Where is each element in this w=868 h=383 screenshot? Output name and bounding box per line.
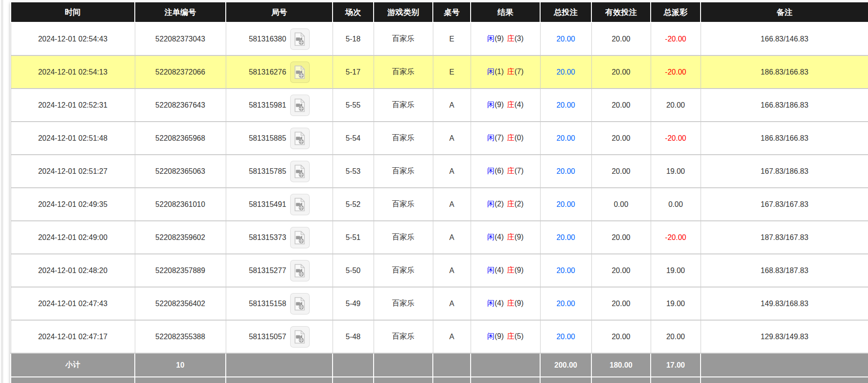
round-id: 581315158 bbox=[249, 300, 286, 308]
result-cell: 闲(4)庄(9) bbox=[471, 221, 540, 254]
remark-cell: 149.83/168.83 bbox=[701, 287, 868, 320]
round-cell: 581315785 bbox=[226, 155, 333, 188]
round-id: 581315491 bbox=[249, 200, 286, 209]
total-remark-cell bbox=[701, 377, 868, 383]
total-bet-cell: 20.00 bbox=[540, 188, 591, 221]
player-result-score: (4) bbox=[494, 266, 504, 274]
total-game-cell bbox=[374, 377, 433, 383]
total-bet-cell: 20.00 bbox=[540, 122, 591, 155]
round-id: 581316276 bbox=[249, 68, 286, 76]
remark-cell: 187.83/167.83 bbox=[701, 221, 868, 254]
payout-cell: -20.00 bbox=[651, 122, 701, 155]
game-type-cell: 百家乐 bbox=[374, 55, 433, 89]
round-cell: 581315981 bbox=[226, 89, 333, 122]
total-label-cell: 总计 bbox=[11, 377, 135, 383]
table-header: 时间注单编号局号场次游戏类别桌号结果总投注有效投注总派彩备注 bbox=[11, 2, 868, 22]
subtotal-table-no-cell bbox=[433, 353, 471, 377]
subtotal-row: 小计10200.00180.0017.00 bbox=[11, 353, 868, 377]
game-type-cell: 百家乐 bbox=[374, 122, 433, 155]
valid-bet-cell: 20.00 bbox=[591, 89, 651, 122]
round-cell: 581315885 bbox=[226, 122, 333, 155]
banker-result-score: (9) bbox=[514, 233, 524, 241]
table-no-cell: A bbox=[433, 287, 471, 320]
total-bet-cell: 20.00 bbox=[540, 221, 591, 254]
column-header-payout: 总派彩 bbox=[651, 2, 701, 22]
valid-bet-cell: 20.00 bbox=[591, 320, 651, 353]
player-result-score: (6) bbox=[494, 167, 504, 175]
player-result-label: 闲 bbox=[487, 200, 494, 208]
video-replay-button[interactable] bbox=[290, 326, 310, 348]
session-cell: 5-18 bbox=[333, 22, 374, 55]
video-replay-button[interactable] bbox=[290, 194, 310, 215]
banker-result-score: (4) bbox=[514, 101, 524, 109]
video-replay-button[interactable] bbox=[290, 128, 310, 149]
video-replay-button[interactable] bbox=[290, 161, 310, 182]
video-replay-button[interactable] bbox=[290, 293, 310, 315]
total-valid-bet-cell: 180.00 bbox=[591, 377, 651, 383]
banker-result-label: 庄 bbox=[507, 200, 514, 208]
video-file-icon bbox=[294, 231, 306, 245]
payout-cell: 0.00 bbox=[651, 188, 701, 221]
table-row: 2024-12-01 02:54:13 522082372066 5813162… bbox=[11, 55, 868, 89]
banker-result-score: (3) bbox=[514, 34, 524, 42]
video-file-icon bbox=[294, 65, 306, 79]
valid-bet-cell: 20.00 bbox=[591, 22, 651, 55]
table-row: 2024-12-01 02:54:43 522082373043 5813163… bbox=[11, 22, 868, 55]
result-cell: 闲(4)庄(9) bbox=[471, 254, 540, 287]
table-no-cell: A bbox=[433, 155, 471, 188]
table-no-cell: A bbox=[433, 320, 471, 353]
game-type-cell: 百家乐 bbox=[374, 155, 433, 188]
round-cell: 581316380 bbox=[226, 22, 333, 55]
session-cell: 5-49 bbox=[333, 287, 374, 320]
session-cell: 5-17 bbox=[333, 55, 374, 89]
round-cell: 581315158 bbox=[226, 287, 333, 320]
remark-cell: 166.83/186.83 bbox=[701, 89, 868, 122]
player-result-label: 闲 bbox=[487, 332, 494, 340]
payout-cell: -20.00 bbox=[651, 221, 701, 254]
table-row: 2024-12-01 02:49:35 522082361010 5813154… bbox=[11, 188, 868, 221]
result-cell: 闲(9)庄(4) bbox=[471, 89, 540, 122]
video-replay-button[interactable] bbox=[290, 260, 310, 281]
remark-cell: 167.83/167.83 bbox=[701, 188, 868, 221]
player-result-label: 闲 bbox=[487, 134, 494, 142]
session-cell: 5-55 bbox=[333, 89, 374, 122]
video-replay-button[interactable] bbox=[290, 62, 310, 83]
payout-cell: 19.00 bbox=[651, 254, 701, 287]
banker-result-label: 庄 bbox=[507, 101, 514, 109]
column-header-total_bet: 总投注 bbox=[540, 2, 591, 22]
time-cell: 2024-12-01 02:47:43 bbox=[11, 287, 135, 320]
subtotal-round-cell bbox=[226, 353, 333, 377]
table-row: 2024-12-01 02:47:43 522082356402 5813151… bbox=[11, 287, 868, 320]
player-result-label: 闲 bbox=[487, 167, 494, 175]
video-file-icon bbox=[294, 98, 306, 112]
banker-result-label: 庄 bbox=[507, 134, 514, 142]
total-round-cell bbox=[226, 377, 333, 383]
total-session-cell bbox=[333, 377, 374, 383]
video-replay-button[interactable] bbox=[290, 28, 310, 50]
subtotal-payout-cell: 17.00 bbox=[651, 353, 701, 377]
game-type-cell: 百家乐 bbox=[374, 89, 433, 122]
column-header-session: 场次 bbox=[333, 2, 374, 22]
player-result-label: 闲 bbox=[487, 299, 494, 307]
player-result-score: (1) bbox=[494, 68, 504, 75]
header-row: 时间注单编号局号场次游戏类别桌号结果总投注有效投注总派彩备注 bbox=[11, 2, 868, 22]
player-result-label: 闲 bbox=[487, 233, 494, 241]
round-id: 581315981 bbox=[249, 101, 286, 109]
subtotal-remark-cell bbox=[701, 353, 868, 377]
table-no-cell: A bbox=[433, 188, 471, 221]
result-cell: 闲(4)庄(9) bbox=[471, 287, 540, 320]
time-cell: 2024-12-01 02:48:20 bbox=[11, 254, 135, 287]
subtotal-total-bet-cell: 200.00 bbox=[540, 353, 591, 377]
bet-id-cell: 522082372066 bbox=[135, 55, 226, 89]
time-cell: 2024-12-01 02:51:48 bbox=[11, 122, 135, 155]
video-replay-button[interactable] bbox=[290, 95, 310, 116]
player-result-score: (9) bbox=[494, 34, 504, 42]
banker-result-label: 庄 bbox=[507, 299, 514, 307]
valid-bet-cell: 0.00 bbox=[591, 188, 651, 221]
game-type-cell: 百家乐 bbox=[374, 287, 433, 320]
column-header-result: 结果 bbox=[471, 2, 540, 22]
video-file-icon bbox=[294, 264, 306, 278]
valid-bet-cell: 20.00 bbox=[591, 122, 651, 155]
round-cell: 581316276 bbox=[226, 55, 333, 89]
video-replay-button[interactable] bbox=[290, 227, 310, 248]
